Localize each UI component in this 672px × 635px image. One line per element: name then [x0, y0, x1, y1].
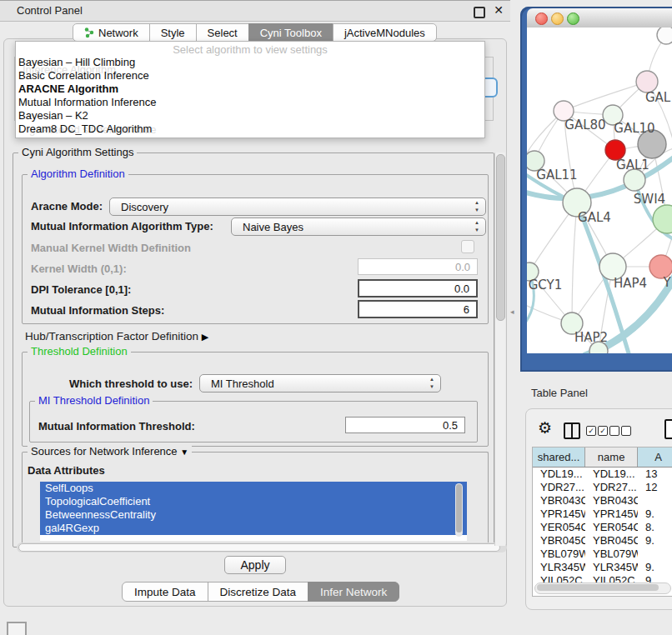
tab-select[interactable]: Select [196, 23, 249, 42]
table-panel-title: Table Panel [531, 387, 588, 399]
table-cell[interactable]: YLR345W [585, 561, 638, 574]
checked-checkbox-icon[interactable]: ✓ [598, 426, 608, 436]
tab-style[interactable]: Style [149, 23, 197, 42]
table-cell[interactable]: YBL079W [585, 548, 638, 561]
combo-arrows-icon: ▲▼ [429, 376, 434, 391]
table-cell[interactable]: 9. [638, 534, 672, 548]
bottom-tab-discretize-data[interactable]: Discretize Data [208, 582, 309, 602]
zoom-traffic-light[interactable] [567, 12, 579, 25]
table-cell[interactable]: YLR345W [533, 561, 585, 574]
table-cell[interactable] [638, 494, 672, 508]
close-icon[interactable]: ✕ [494, 3, 504, 17]
cyni-algorithm-settings-title: Cyni Algorithm Settings [18, 146, 137, 158]
checked-checkbox-icon[interactable]: ✓ [586, 426, 596, 436]
network-node-label: HAP2 [574, 330, 608, 345]
table-cell[interactable]: YER054C [585, 521, 638, 534]
bottom-tab-impute-data[interactable]: Impute Data [122, 582, 208, 602]
table-cell[interactable]: YDL19... [585, 468, 638, 481]
hub-definition-toggle[interactable]: Hub/Transcription Factor Definition ▶ [25, 330, 208, 342]
table-row[interactable]: YBL079WYBL079W [533, 548, 672, 561]
dpi-tolerance-field[interactable]: 0.0 [358, 279, 478, 298]
tab-jactivemnodules[interactable]: jActiveMNodules [333, 23, 437, 42]
algorithm-item-dream8-dc-tdc-algorithm[interactable]: Dream8 DC_TDC Algorithm [18, 122, 156, 136]
mi-type-select[interactable]: Naive Bayes ▲▼ [231, 218, 486, 236]
aracne-mode-select[interactable]: Discovery ▲▼ [109, 198, 486, 216]
table-cell[interactable]: YBR043C [533, 494, 585, 508]
sources-title-text: Sources for Network Inference [31, 445, 178, 458]
apply-button[interactable]: Apply [224, 556, 286, 574]
manual-kernel-checkbox[interactable] [461, 240, 474, 253]
network-node[interactable] [657, 28, 672, 44]
attribute-item-selfloops[interactable]: SelfLoops [40, 482, 467, 495]
table-row[interactable]: YLR345WYLR345W9. [533, 561, 672, 574]
tab-network[interactable]: Network [73, 23, 150, 42]
table-cell[interactable]: YDL19... [533, 468, 585, 481]
algorithm-item-bayesian-k2[interactable]: Bayesian – K2 [18, 109, 156, 122]
attribute-item-gal4rgexp[interactable]: gal4RGexp [40, 522, 467, 535]
float-window-icon[interactable] [474, 7, 485, 18]
table-cell[interactable]: YBL079W [533, 548, 585, 561]
network-edge[interactable] [572, 202, 577, 323]
network-node-label: GAL10 [614, 121, 654, 136]
expand-right-icon: ▶ [202, 332, 208, 342]
table-cell[interactable] [638, 548, 672, 561]
table-cell[interactable]: 13 [638, 468, 672, 481]
network-graph: GALGAL80GAL10GAL1GAL11SWI4GAL4GCY1HAP4YH… [527, 28, 672, 353]
document-icon[interactable] [664, 419, 672, 439]
mi-steps-field[interactable]: 6 [358, 300, 478, 318]
tab-cyni-toolbox[interactable]: Cyni Toolbox [248, 23, 333, 42]
close-traffic-light[interactable] [535, 12, 548, 25]
table-horizontal-scrollbar[interactable] [534, 582, 671, 594]
algorithm-item-mutual-information-inference[interactable]: Mutual Information Inference [18, 96, 156, 109]
table-cell[interactable]: YDR27... [585, 481, 638, 494]
settings-vertical-scrollbar[interactable] [494, 152, 505, 546]
unchecked-checkbox-icon[interactable] [609, 426, 619, 436]
bottom-tab-infer-network[interactable]: Infer Network [308, 582, 399, 602]
columns-icon[interactable] [564, 422, 580, 439]
settings-horizontal-scrollbar[interactable] [17, 542, 507, 552]
gear-icon[interactable]: ⚙ [538, 420, 552, 436]
manual-kernel-label: Manual Kernel Width Definition [31, 242, 191, 254]
unchecked-checkbox-icon[interactable] [621, 426, 631, 436]
attribute-item-betweennesscentrality[interactable]: BetweennessCentrality [40, 508, 467, 522]
table-cell[interactable]: 12 [638, 481, 672, 494]
table-cell[interactable]: YBR045C [585, 534, 638, 548]
attribute-item-topologicalcoefficient[interactable]: TopologicalCoefficient [40, 495, 467, 508]
table-cell[interactable]: YDR27... [533, 481, 585, 494]
minimize-traffic-light[interactable] [551, 12, 564, 25]
column-header-a[interactable]: A [638, 448, 672, 467]
table-cell[interactable]: 8. [638, 521, 672, 534]
algorithm-item-basic-correlation-inference[interactable]: Basic Correlation Inference [18, 69, 156, 82]
algorithm-list: Bayesian – Hill ClimbingBasic Correlatio… [18, 56, 156, 136]
table-cell[interactable]: 9. [638, 561, 672, 574]
network-tab-icon [84, 27, 94, 38]
panel-divider-handle[interactable]: ◂ [510, 308, 514, 316]
table-row[interactable]: YPR145WYPR145W9. [533, 508, 672, 521]
table-cell[interactable]: YBR043C [585, 494, 638, 508]
table-cell[interactable]: YER054C [533, 521, 585, 534]
table-cell[interactable]: YBR045C [533, 534, 585, 548]
table-row[interactable]: YBR043CYBR043C [533, 494, 672, 508]
attributes-scrollbar[interactable] [455, 483, 463, 537]
sources-group-title[interactable]: Sources for Network Inference ▼ [28, 445, 192, 458]
which-threshold-select[interactable]: MI Threshold ▲▼ [199, 374, 441, 392]
table-cell[interactable]: YPR145W [585, 508, 638, 521]
table-row[interactable]: YDL19...YDL19...13 [533, 468, 672, 481]
mi-threshold-field[interactable]: 0.5 [345, 417, 465, 433]
table-cell[interactable]: 9. [638, 508, 672, 521]
mini-panel-icon[interactable] [7, 622, 27, 635]
network-node-label: GAL80 [564, 118, 605, 132]
kernel-width-field[interactable]: 0.0 [358, 258, 478, 275]
table-row[interactable]: YDR27...YDR27...12 [533, 481, 672, 494]
table-row[interactable]: YER054CYER054C8. [533, 521, 672, 534]
network-canvas[interactable]: GALGAL80GAL10GAL1GAL11SWI4GAL4GCY1HAP4YH… [527, 28, 672, 353]
column-header-shared[interactable]: shared... [533, 448, 585, 467]
table-row[interactable]: YBR045CYBR045C9. [533, 534, 672, 548]
network-node-label: GAL1 [616, 158, 649, 172]
network-edge[interactable] [564, 82, 647, 111]
network-window-titlebar[interactable] [527, 8, 672, 28]
table-cell[interactable]: YPR145W [533, 508, 585, 521]
column-header-name[interactable]: name [585, 448, 638, 467]
algorithm-item-bayesian-hill-climbing[interactable]: Bayesian – Hill Climbing [18, 56, 156, 69]
algorithm-item-aracne-algorithm[interactable]: ARACNE Algorithm [18, 82, 156, 96]
